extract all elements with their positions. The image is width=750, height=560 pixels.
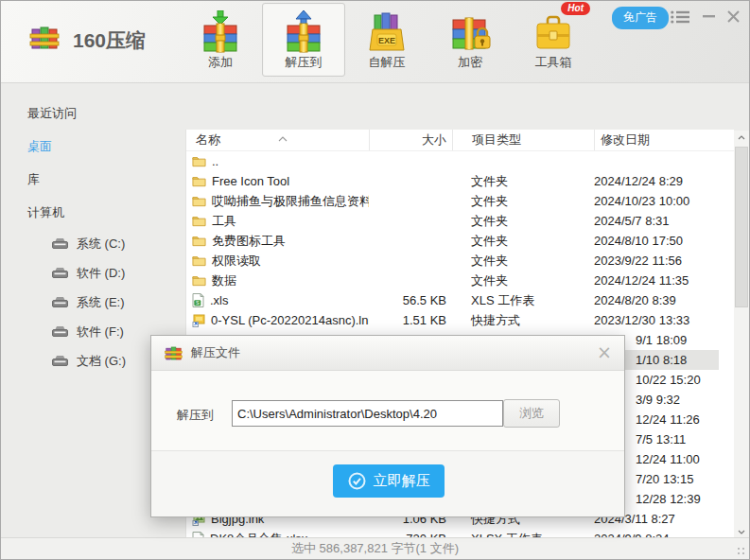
file-row[interactable]: Free Icon Tool文件夹2024/12/24 8:29 (186, 171, 719, 191)
extract-now-label: 立即解压 (374, 472, 430, 490)
sidebar-drive-g[interactable]: 文档 (G:) (52, 353, 126, 370)
svg-text:S: S (196, 300, 200, 306)
toolbox-button-label: 工具箱 (535, 54, 572, 71)
file-row[interactable]: 0-YSL (Pc-20220214asnc).lnk1.51 KB快捷方式20… (186, 310, 719, 330)
exe-box-icon: EXE (366, 9, 408, 53)
file-row[interactable]: .. (186, 151, 719, 171)
self-extract-button[interactable]: EXE 自解压 (345, 3, 428, 77)
sidebar-drive-f[interactable]: 软件 (F:) (52, 324, 124, 341)
encrypt-button[interactable]: 加密 (428, 3, 512, 77)
file-name: S.xls (186, 293, 369, 307)
add-archive-icon (200, 9, 241, 53)
file-name: 权限读取 (186, 253, 369, 270)
folder-icon (192, 195, 206, 207)
sidebar-item-computer[interactable]: 计算机 (27, 204, 64, 221)
sidebar-drive-e[interactable]: 系统 (E:) (52, 294, 125, 311)
file-name: 0-YSL (Pc-20220214asnc).lnk (186, 313, 369, 327)
file-type: 文件夹 (452, 173, 594, 190)
file-date: 2024/5/7 8:31 (594, 214, 719, 228)
sidebar-item-recent[interactable]: 最近访问 (27, 105, 77, 122)
main-menu-icon[interactable] (671, 10, 689, 24)
file-type: XLS 工作表 (452, 292, 594, 309)
folder-icon (192, 235, 206, 247)
check-circle-icon (348, 472, 366, 490)
xls-icon: S (192, 293, 204, 307)
drive-label: 系统 (E:) (77, 294, 125, 311)
toolbox-button[interactable]: Hot 工具箱 (512, 3, 595, 77)
file-name: 哎呦捕鱼与极限捕鱼信息资料 (186, 193, 369, 210)
extract-to-button[interactable]: 解压到 (262, 3, 345, 77)
svg-text:EXE: EXE (378, 35, 395, 44)
file-name: 数据 (186, 272, 369, 289)
folder-icon (192, 215, 206, 227)
app-logo-icon (29, 23, 60, 57)
dialog-footer: 立即解压 (151, 451, 624, 516)
file-row[interactable]: 权限读取文件夹2023/9/22 11:56 (186, 251, 719, 271)
sidebar-drive-d[interactable]: 软件 (D:) (52, 265, 125, 282)
dialog-close-icon[interactable]: × (597, 343, 612, 361)
extract-path-input[interactable] (232, 400, 503, 427)
file-row[interactable]: S.xls56.5 KBXLS 工作表2024/8/20 8:39 (186, 290, 719, 310)
close-button[interactable] (727, 10, 740, 23)
file-name: .. (186, 154, 369, 168)
drive-label: 系统 (C:) (77, 236, 125, 253)
sidebar-drive-c[interactable]: 系统 (C:) (52, 236, 125, 253)
vertical-scrollbar[interactable] (734, 131, 749, 539)
add-button-label: 添加 (208, 54, 233, 71)
file-list-header: 名称 大小 项目类型 修改日期 (186, 130, 734, 151)
drive-label: 文档 (G:) (77, 353, 126, 370)
dialog-title: 解压文件 (191, 344, 240, 361)
drive-icon (52, 295, 68, 310)
dialog-archive-icon (165, 344, 183, 362)
minimize-button[interactable] (703, 15, 715, 18)
file-type: 文件夹 (452, 272, 594, 289)
browse-button[interactable]: 浏览 (503, 399, 560, 428)
file-name: 免费图标工具 (186, 233, 369, 250)
file-size: 1.51 KB (369, 313, 446, 327)
toolbox-icon (532, 9, 574, 53)
file-row[interactable]: 工具文件夹2024/5/7 8:31 (186, 211, 719, 231)
resize-grip[interactable] (737, 547, 746, 556)
drive-icon (52, 236, 68, 252)
drive-label: 软件 (F:) (77, 324, 124, 341)
ad-free-button[interactable]: 免广告 (612, 7, 669, 29)
lnk-icon (192, 314, 205, 327)
file-type: 文件夹 (452, 253, 594, 270)
app-window: 160压缩 添加 (0, 0, 750, 560)
column-header-date[interactable]: 修改日期 (594, 130, 734, 150)
drive-label: 软件 (D:) (77, 265, 125, 282)
extract-now-button[interactable]: 立即解压 (333, 464, 445, 498)
file-name: 工具 (186, 213, 369, 230)
extract-to-label: 解压到 (177, 407, 214, 424)
folder-icon (192, 175, 206, 187)
file-type: 快捷方式 (452, 312, 594, 329)
lock-archive-icon (449, 9, 491, 53)
add-button[interactable]: 添加 (179, 3, 262, 77)
scroll-up-icon[interactable] (734, 131, 749, 145)
file-date: 2024/12/24 11:35 (594, 273, 719, 288)
folder-icon (192, 274, 206, 287)
status-bar: 选中 586,387,821 字节(1 文件) (1, 537, 749, 559)
file-row[interactable]: 哎呦捕鱼与极限捕鱼信息资料文件夹2024/10/23 10:00 (186, 191, 719, 211)
file-type: 文件夹 (452, 213, 594, 230)
column-header-size[interactable]: 大小 (369, 130, 446, 150)
drive-icon (52, 324, 68, 340)
sidebar-item-desktop[interactable]: 桌面 (27, 138, 52, 155)
dialog-title-bar[interactable]: 解压文件 (151, 336, 624, 371)
file-row[interactable]: 免费图标工具文件夹2024/8/10 17:50 (186, 231, 719, 251)
extract-dialog: 解压文件 × 解压到 浏览 立即解压 (150, 335, 625, 517)
column-header-type[interactable]: 项目类型 (452, 130, 594, 150)
file-name: Free Icon Tool (186, 174, 369, 188)
drive-icon (52, 354, 68, 369)
drive-icon (52, 266, 68, 281)
file-date: 2024/10/23 10:00 (594, 194, 719, 208)
app-title: 160压缩 (73, 27, 146, 54)
folder-icon (192, 155, 206, 167)
file-date: 2023/12/30 13:33 (594, 313, 719, 327)
file-size: 56.5 KB (369, 293, 446, 307)
scrollbar-thumb[interactable] (735, 147, 748, 307)
self-extract-button-label: 自解压 (369, 54, 406, 71)
file-row[interactable]: 数据文件夹2024/12/24 11:35 (186, 271, 719, 290)
title-toolbar: 160压缩 添加 (1, 1, 749, 83)
sidebar-item-library[interactable]: 库 (27, 171, 40, 188)
